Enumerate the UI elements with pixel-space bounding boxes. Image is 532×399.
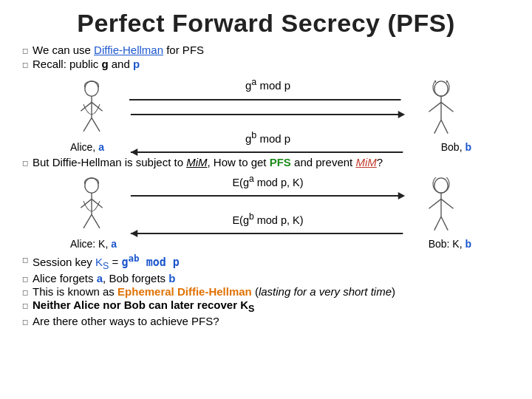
- bob-figure-2: [416, 177, 469, 236]
- svg-point-32: [433, 177, 449, 193]
- bullet-icon-bb5: ◻: [22, 318, 28, 326]
- diffie-hellman-link: Diffie-Hellman: [94, 44, 163, 56]
- bb-5-text: Are there other ways to achieve PFS?: [33, 315, 219, 327]
- eph-dh-note: lasting for a very short time: [259, 285, 392, 298]
- bullet-icon-bb2: ◻: [22, 275, 28, 283]
- bb-4-text: Neither Alice nor Bob can later recover …: [33, 299, 254, 314]
- svg-line-29: [441, 199, 454, 208]
- exp-a: a: [251, 77, 256, 87]
- g-value: g: [101, 58, 108, 70]
- bob-figure-1: [416, 81, 469, 140]
- bob-b2: b: [465, 238, 471, 250]
- bullet-icon-3: ◻: [22, 159, 28, 167]
- arrow-gb-line: [129, 146, 406, 158]
- arrow-egb: E(gb mod p, K): [129, 211, 406, 242]
- bullet-icon-bb4: ◻: [22, 301, 28, 310]
- alice-svg-1: [66, 81, 117, 138]
- arrow-ega-line: [129, 190, 406, 202]
- bottom-bullets: ◻ Session key KS = gab mod p ◻ Alice for…: [22, 253, 510, 327]
- svg-line-25: [92, 214, 100, 228]
- alice-a: a: [98, 141, 104, 153]
- svg-point-12: [433, 81, 449, 96]
- svg-line-28: [429, 199, 441, 208]
- page: Perfect Forward Secrecy (PFS) ◻ We can u…: [0, 0, 532, 399]
- eph-dh-label: Ephemeral Diffie-Hellman: [117, 285, 252, 298]
- sub-s1: S: [103, 261, 109, 271]
- svg-line-10: [434, 120, 441, 133]
- bullet-icon-bb3: ◻: [22, 288, 28, 296]
- svg-line-30: [434, 216, 441, 230]
- p-value: p: [133, 58, 140, 70]
- bb-5: ◻ Are there other ways to achieve PFS?: [22, 315, 510, 327]
- svg-marker-34: [398, 192, 405, 200]
- alice-label-2: Alice: K, a: [70, 238, 117, 250]
- bullet-1: ◻ We can use Diffie-Hellman for PFS: [22, 44, 510, 56]
- arrow-egb-line: [129, 228, 406, 239]
- bullet-2-text: Recall: public g and p: [33, 58, 140, 70]
- arrows-2: E(ga mod p, K) E(gb mod p, K): [129, 174, 406, 242]
- svg-line-11: [441, 120, 448, 133]
- arrows-1: ga mod p gb mod p: [129, 77, 406, 160]
- bob-svg-2: [416, 177, 466, 235]
- arrow-ga-line: [129, 109, 406, 120]
- bob-label-2: Bob: K, b: [429, 238, 471, 250]
- bb-4: ◻ Neither Alice nor Bob can later recove…: [22, 299, 510, 314]
- arrow-ga-label: ga mod p: [129, 77, 406, 92]
- bb-3: ◻ This is known as Ephemeral Diffie-Hell…: [22, 285, 510, 298]
- alice-a2: a: [111, 238, 117, 250]
- svg-line-24: [83, 214, 92, 228]
- svg-line-31: [441, 216, 448, 230]
- alice-figure-1: [66, 81, 120, 140]
- svg-line-4: [83, 117, 92, 131]
- exp-b: b: [251, 130, 256, 140]
- bullet-icon-bb1: ◻: [22, 256, 28, 264]
- exp-a2: a: [249, 174, 254, 184]
- alice-figure-2: [66, 177, 120, 236]
- alice-svg-2: [66, 177, 117, 235]
- arrow-egb-label: E(gb mod p, K): [129, 211, 406, 226]
- svg-marker-19: [131, 149, 137, 156]
- bb-2-text: Alice forgets a, Bob forgets b: [33, 272, 175, 284]
- bullet-1-text: We can use Diffie-Hellman for PFS: [33, 44, 204, 56]
- svg-line-8: [429, 102, 441, 112]
- sub-s2: S: [248, 304, 254, 314]
- ks-label: KS: [95, 256, 109, 268]
- svg-point-6: [434, 81, 448, 96]
- bb-2: ◻ Alice forgets a, Bob forgets b: [22, 272, 510, 284]
- svg-point-0: [85, 81, 98, 96]
- alice-label-1: Alice, a: [70, 141, 104, 153]
- arrow-gb: gb mod p: [129, 130, 406, 160]
- bullet-icon-2: ◻: [22, 61, 28, 69]
- svg-line-9: [441, 102, 454, 112]
- diagram-1: ga mod p gb mod p: [22, 73, 510, 154]
- arrow-ga: ga mod p: [129, 77, 406, 123]
- bob-svg-1: [416, 81, 466, 138]
- svg-line-5: [92, 117, 100, 131]
- bullet-2: ◻ Recall: public g and p: [22, 58, 510, 70]
- arrow-ega-label: E(ga mod p, K): [129, 174, 406, 188]
- exp-b2: b: [249, 211, 254, 222]
- bb-3-text: This is known as Ephemeral Diffie-Hellma…: [33, 285, 395, 298]
- arrow-gb-label: gb mod p: [129, 130, 406, 145]
- svg-point-20: [85, 178, 98, 193]
- svg-marker-36: [131, 230, 137, 237]
- bob-b-forget: b: [168, 272, 175, 284]
- svg-marker-17: [398, 111, 405, 118]
- page-title: Perfect Forward Secrecy (PFS): [22, 9, 510, 38]
- bob-label-1: Bob, b: [441, 141, 471, 153]
- alice-a-forget: a: [97, 272, 103, 284]
- bb-1: ◻ Session key KS = gab mod p: [22, 253, 510, 271]
- diagram-2: E(ga mod p, K) E(gb mod p, K) Ali: [22, 170, 510, 251]
- bullet-icon-1: ◻: [22, 47, 28, 55]
- svg-point-26: [434, 178, 448, 193]
- arrow-ga-svg: [129, 93, 406, 106]
- arrow-ega: E(ga mod p, K): [129, 174, 406, 204]
- bb-1-text: Session key KS = gab mod p: [33, 253, 180, 271]
- session-formula: gab mod p: [122, 256, 180, 269]
- bob-b: b: [465, 141, 471, 153]
